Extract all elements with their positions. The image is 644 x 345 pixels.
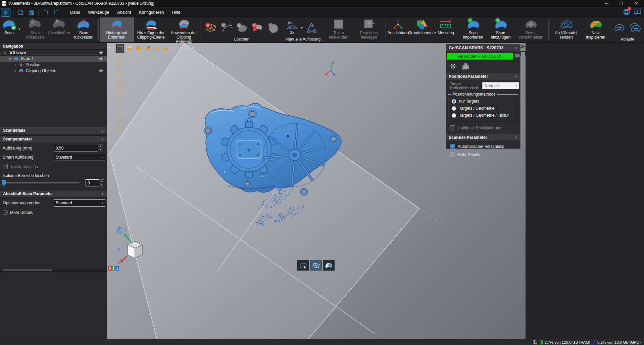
rect-select-tool[interactable] [115,44,125,53]
resolution-input[interactable]: 0,50 [54,145,100,152]
flip-next-tool[interactable]: ▶▶ [161,44,170,52]
delete-mesh-area-button[interactable]: ✕ [234,20,250,35]
right-more-details[interactable]: ∨ Mehr Details [450,152,520,157]
layers-tool[interactable] [125,44,134,52]
visibility-eye-icon[interactable] [99,57,103,60]
save-button[interactable] [27,8,36,16]
angle-select-tool[interactable] [115,108,124,115]
maximize-button[interactable]: ▢ [614,0,629,7]
projektion-bewegen-button[interactable]: Projektion bewegen [353,17,385,42]
scrollbar-thumb[interactable] [3,269,52,271]
scan-dropdown-caret[interactable]: ▼ [18,27,21,32]
visibility-eye-icon[interactable] [99,69,103,72]
scan-button[interactable]: ▶ Scan ▼ [0,17,22,42]
redo-button[interactable] [52,8,61,16]
lasso-select-tool[interactable] [115,54,124,61]
online-services-button[interactable]: ↓ [623,8,630,16]
grundelemente-button[interactable]: Grundelemente [409,17,435,42]
menu-ansicht[interactable]: Ansicht [113,9,135,16]
undo-button[interactable] [41,8,50,16]
blob-select-tool[interactable] [115,123,124,130]
scandetails-header[interactable]: Scandetails ∨ [0,127,107,134]
auto-shutter-row[interactable]: ✔ Automatischer Verschluss [450,144,520,149]
exposure-histogram-button[interactable] [461,62,469,71]
radio-icon[interactable] [452,113,456,118]
isolated-areas-input[interactable]: 0 [86,179,101,186]
tree-node-clipping[interactable]: › Clipping Objekte [0,68,107,74]
workflow-batch-button[interactable] [628,20,643,35]
clipping-referenz-button[interactable]: Anwenden der Clipping Referenz [168,17,200,42]
menu-datei[interactable]: Datei [66,9,84,16]
textur-einblenden-button[interactable]: Textur einblenden [324,17,353,42]
positions-parameter-header[interactable]: PositionsParameter ∧ [446,73,520,80]
texture-capture-row[interactable]: Textur erfassen [3,164,107,169]
hintergrund-entfernen-button[interactable]: Hintergrund Entfernen [100,17,134,42]
menu-werkzeuge[interactable]: Werkzeuge [84,9,113,16]
diamond-target-tool[interactable] [143,44,152,52]
collapse-left-arrow[interactable]: ‹ [109,44,110,50]
flip-prev-tool[interactable]: ◀◀ [152,44,161,52]
smart-resolution-select[interactable]: Standard∨ [54,154,105,161]
delete-patch-button[interactable]: ✕ [250,20,265,35]
vxmodel-senden-button[interactable]: An VXmodel senden [550,17,583,42]
resolution-2x-button[interactable]: + 2x [285,21,299,35]
isolated-areas-spinner[interactable]: ▲▼ [99,179,104,187]
method-option-targets[interactable]: nur Targets [452,99,518,104]
final-scan-params-header[interactable]: Abschluß Scan Parameter ∧ [0,190,107,197]
scanparameter-header[interactable]: Scanparameter ∧ [0,135,107,143]
resolution-reset-button[interactable] [303,20,320,35]
new-session-button[interactable] [16,8,25,16]
delete-sphere-button[interactable]: ✕ [265,20,281,35]
dome-select-tool-1[interactable] [115,84,124,92]
dshape-select-tool-2[interactable] [115,69,124,76]
method-option-texture[interactable]: Targets / Geometrie / Textur [452,113,518,118]
ausrichtung-button[interactable]: Ausrichtung [387,17,409,42]
messung-button[interactable]: Messung [435,17,457,42]
scan-importieren-button[interactable]: ↓ Scan importieren [459,17,487,42]
scan-hinzufuegen-button[interactable]: + Scan hinzufügen [487,17,514,42]
slider-track[interactable] [3,182,80,183]
left-panel-scrollbar[interactable] [0,269,107,272]
chevron-right-icon[interactable]: › [13,63,17,67]
visibility-eye-icon[interactable] [99,51,103,54]
resolution-dropdown-caret[interactable]: ▼ [300,26,303,30]
workflow-send-button[interactable] [612,20,626,35]
netz-inspizieren-button[interactable]: Netz inspizieren [583,17,609,42]
keep-inside-tool[interactable]: k [170,44,179,52]
tree-node-vxscan[interactable]: ∨ VXscan [0,50,107,56]
view-mode-plane-button[interactable] [310,260,322,271]
scan-ruecksetzen-button[interactable]: Scan rücksetzen [70,17,97,42]
pentagon-select-tool[interactable] [115,77,124,84]
radio-selected-icon[interactable] [452,99,456,104]
minimize-button[interactable]: – [599,0,614,7]
tree-node-scan1[interactable]: ∨ Scan 1 [0,56,107,62]
home-button[interactable] [1,8,10,17]
optimization-mode-select[interactable]: Standard∨ [54,199,105,207]
view-mode-scan-button[interactable] [297,260,309,271]
slider-handle[interactable] [2,180,6,186]
chevron-down-icon[interactable]: ∨ [3,51,7,55]
abschliessen-button[interactable]: Abschließen [48,17,70,42]
circle-target-tool[interactable] [134,44,143,52]
texture-checkbox[interactable] [3,164,8,169]
radio-icon[interactable] [452,106,456,111]
expand-panel-button[interactable]: ≫ [521,44,526,49]
scans-verschmelzen-button[interactable]: Scans verschmelzen [514,17,548,42]
close-button[interactable]: ✕ [629,0,644,7]
chevron-right-icon[interactable]: › [13,69,17,73]
scanner-panel-header[interactable]: Go!SCAN SPARK - 9220733 ∧ [446,44,520,51]
curve-select-tool[interactable] [115,100,124,107]
triangle-select-tool[interactable] [115,115,124,123]
chevron-down-icon[interactable]: ∨ [8,57,12,61]
dshape-select-tool-1[interactable] [115,61,124,69]
delete-selection-button[interactable]: ✕ [203,20,219,35]
scanner-parameter-header[interactable]: Scanner-Parameter ∧ [446,134,520,141]
tree-node-position[interactable]: › Position [0,62,107,68]
keep-outside-tool[interactable]: k [180,44,188,52]
center-target-button[interactable] [449,62,457,71]
help-button[interactable]: ? [634,8,641,16]
delete-curve-button[interactable]: ✕ [219,20,234,35]
left-more-details[interactable]: ∨ Mehr Details [3,210,107,215]
pin-panel-button[interactable] [521,51,526,56]
scan-fortsetzen-button[interactable]: Scan fortsetzen [22,17,48,42]
